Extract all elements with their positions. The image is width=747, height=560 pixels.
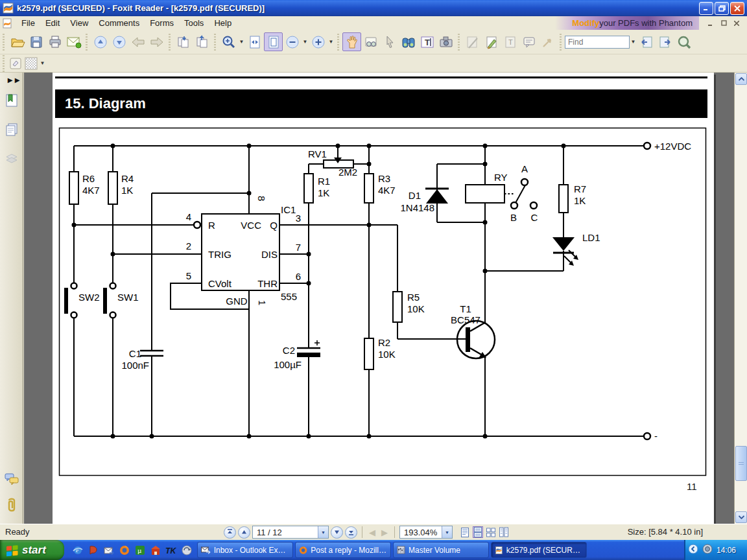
toolbar-grip[interactable] (1, 55, 6, 72)
prev-page-round-button[interactable] (238, 526, 250, 539)
toolbar-grip[interactable] (167, 34, 172, 51)
facing-view-button[interactable] (486, 526, 496, 538)
quick-launch-utorrent-icon[interactable]: µ (134, 544, 145, 555)
next-page-button[interactable] (110, 32, 128, 51)
menu-help[interactable]: Help (209, 17, 237, 29)
toolbar-grip[interactable] (558, 34, 563, 51)
find-dropdown[interactable]: ▼ (630, 35, 637, 49)
fit-width-button[interactable] (245, 32, 264, 51)
menu-forms[interactable]: Forms (145, 17, 179, 29)
sidebar-pages-icon[interactable] (3, 121, 20, 138)
find-input[interactable] (565, 36, 630, 49)
child-restore-button[interactable] (718, 18, 729, 28)
attach-note-button[interactable] (463, 32, 482, 51)
full-search-button[interactable] (674, 32, 693, 51)
sidebar-layers-icon[interactable] (3, 150, 20, 167)
close-button[interactable] (730, 2, 744, 15)
sidebar-bookmarks-icon[interactable] (3, 92, 20, 109)
quick-launch-media-icon[interactable] (181, 544, 192, 555)
comment-button[interactable] (519, 32, 538, 51)
print-button[interactable] (45, 32, 64, 51)
last-page-button[interactable] (345, 526, 357, 539)
restore-button[interactable] (715, 2, 729, 15)
page-combo-dropdown[interactable]: ▼ (318, 526, 328, 538)
task-foxit-active[interactable]: k2579.pdf (SECURED... (491, 542, 587, 558)
zoom-out-dropdown[interactable]: ▼ (302, 35, 309, 49)
toolbar-grip[interactable] (213, 34, 218, 51)
open-file-button[interactable] (8, 32, 27, 51)
task-outlook[interactable]: Inbox - Outlook Expr... (197, 542, 293, 558)
reading-mode-button[interactable] (361, 32, 380, 51)
goto-view-button[interactable] (193, 32, 211, 51)
tray-expand-chevron[interactable] (688, 544, 698, 557)
toolbar-grip[interactable] (84, 34, 89, 51)
quick-launch-mail-icon[interactable] (88, 544, 99, 555)
next-page-round-button[interactable] (331, 526, 343, 539)
phantom-ad-banner[interactable]: Modify your PDFs with Phantom (555, 16, 699, 30)
email-button[interactable] (64, 32, 83, 51)
toolbar-grip[interactable] (1, 34, 6, 51)
goto-page-view-button[interactable] (174, 32, 193, 51)
task-mozilla[interactable]: Post a reply - Mozilla ... (295, 542, 391, 558)
highlight-tool-button[interactable] (8, 56, 23, 71)
scroll-up-button[interactable] (735, 73, 747, 85)
continuous-view-button[interactable] (473, 526, 483, 538)
select-tool-button[interactable] (380, 32, 399, 51)
zoom-out-button[interactable] (283, 32, 302, 51)
sidebar-attachments-icon[interactable] (3, 497, 20, 514)
menu-edit[interactable]: Edit (40, 17, 65, 29)
previous-page-button[interactable] (91, 32, 110, 51)
continuous-facing-view-button[interactable] (499, 526, 509, 538)
quick-launch-tk-icon[interactable]: TK (165, 544, 176, 555)
forward-view-button[interactable] (147, 32, 166, 51)
quick-launch-building-icon[interactable] (150, 544, 161, 555)
single-page-view-button[interactable] (460, 526, 470, 538)
color-swatch-button[interactable] (23, 56, 39, 71)
back-view-button[interactable] (128, 32, 147, 51)
quick-launch-outlook-icon[interactable] (103, 544, 114, 555)
vertical-scrollbar[interactable] (734, 73, 747, 524)
next-view-button[interactable]: ▶ (379, 528, 390, 537)
taskbar-clock[interactable]: 14:06 (717, 546, 736, 555)
start-button[interactable]: start (0, 540, 64, 560)
task-master-volume[interactable]: Master Volume (393, 542, 489, 558)
find-previous-button[interactable] (637, 32, 656, 51)
find-next-button[interactable] (656, 32, 674, 51)
typewriter-button[interactable]: T (501, 32, 519, 51)
color-swatch-dropdown[interactable]: ▼ (39, 56, 46, 71)
menu-comments[interactable]: Comments (93, 17, 145, 29)
zoom-tool-dropdown[interactable]: ▼ (238, 35, 245, 49)
hand-tool-button[interactable] (342, 32, 361, 51)
toolbar-grip[interactable] (336, 34, 341, 51)
minimize-button[interactable] (699, 2, 713, 15)
quick-launch-ie-icon[interactable]: e (72, 544, 83, 555)
quick-launch-firefox-icon[interactable] (119, 544, 130, 555)
zoom-tool-button[interactable] (219, 32, 238, 51)
save-button[interactable] (27, 32, 45, 51)
zoom-in-dropdown[interactable]: ▼ (327, 35, 335, 49)
menu-view[interactable]: View (65, 17, 93, 29)
zoom-in-button[interactable] (309, 32, 327, 51)
zoom-combo[interactable]: 193.04% ▼ (399, 526, 453, 539)
sidebar-expand-icon[interactable]: ►► (6, 75, 20, 85)
child-close-button[interactable] (731, 18, 742, 28)
scroll-down-button[interactable] (735, 511, 747, 523)
scrollbar-thumb[interactable] (735, 446, 747, 481)
menu-tools[interactable]: Tools (179, 17, 209, 29)
sidebar-comments-icon[interactable] (3, 471, 20, 488)
arrow-annot-button[interactable] (538, 32, 557, 51)
pencil-tool-button[interactable] (482, 32, 501, 51)
child-minimize-button[interactable] (706, 18, 716, 28)
text-select-button[interactable]: T (418, 32, 436, 51)
fit-page-button[interactable] (264, 32, 283, 51)
toolbar-grip[interactable] (456, 34, 462, 51)
previous-view-button[interactable]: ◀ (367, 528, 377, 537)
tray-volume-icon[interactable] (702, 544, 713, 557)
search-binoculars-button[interactable] (399, 32, 418, 51)
zoom-combo-dropdown[interactable]: ▼ (442, 526, 452, 538)
menu-file[interactable]: File (16, 17, 40, 29)
snapshot-button[interactable] (436, 32, 455, 51)
first-page-button[interactable] (224, 526, 236, 539)
document-viewport[interactable]: 15. Diagram 11 (24, 73, 734, 524)
page-combo[interactable]: 11 / 12 ▼ (252, 526, 329, 539)
